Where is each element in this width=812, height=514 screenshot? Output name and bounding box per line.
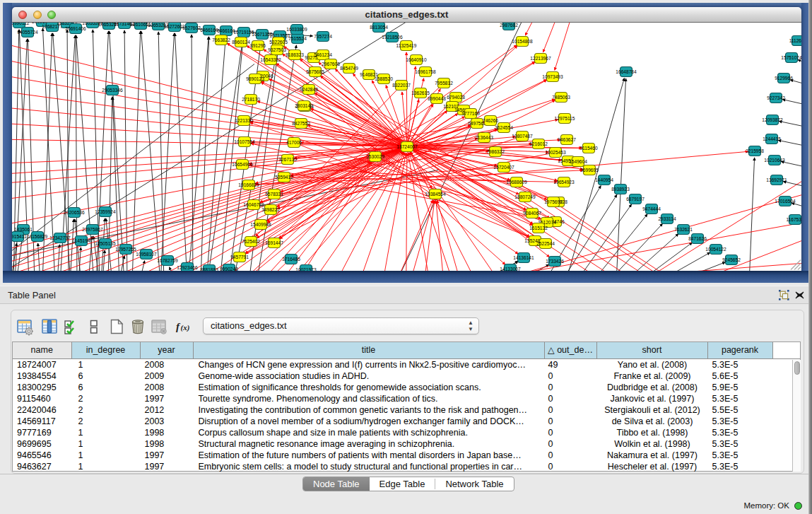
svg-text:12505135: 12505135 [95, 240, 116, 245]
svg-text:7357274: 7357274 [314, 33, 332, 38]
svg-text:2522544: 2522544 [536, 240, 555, 245]
svg-text:1435061: 1435061 [14, 226, 33, 231]
svg-text:9474444: 9474444 [642, 206, 661, 211]
svg-text:10154808: 10154808 [512, 38, 533, 43]
svg-text:16648784: 16648784 [616, 69, 637, 74]
svg-text:1527602: 1527602 [182, 25, 201, 30]
svg-text:5322605: 5322605 [269, 39, 288, 44]
svg-text:13692971: 13692971 [766, 177, 787, 182]
svg-text:2967608: 2967608 [322, 61, 340, 66]
svg-text:19166829: 19166829 [238, 182, 259, 187]
svg-text:1733426: 1733426 [546, 258, 564, 263]
svg-text:14055724: 14055724 [17, 29, 38, 34]
svg-text:7986322: 7986322 [486, 148, 505, 153]
svg-text:12975115: 12975115 [555, 115, 575, 120]
svg-text:3915411: 3915411 [12, 233, 27, 238]
svg-text:2530029: 2530029 [366, 153, 384, 158]
svg-text:746266: 746266 [483, 117, 498, 122]
svg-text:9463627: 9463627 [558, 136, 576, 141]
svg-text:5461234: 5461234 [314, 52, 332, 57]
svg-text:1145194: 1145194 [72, 238, 90, 243]
svg-text:15409948: 15409948 [250, 221, 271, 226]
svg-text:2136443: 2136443 [475, 134, 493, 139]
svg-text:6879197: 6879197 [626, 196, 645, 201]
svg-text:10973493: 10973493 [542, 74, 563, 78]
svg-text:19384554: 19384554 [425, 191, 446, 196]
svg-text:9242848: 9242848 [300, 86, 318, 91]
svg-text:7663822: 7663822 [212, 37, 230, 42]
svg-text:10990112: 10990112 [12, 23, 30, 25]
svg-text:9990248: 9990248 [220, 266, 238, 270]
svg-text:9115460: 9115460 [579, 145, 598, 150]
svg-text:19218506: 19218506 [382, 34, 403, 39]
svg-text:15720407: 15720407 [493, 164, 514, 169]
svg-text:11325419: 11325419 [396, 42, 417, 47]
svg-text:6466161: 6466161 [217, 28, 235, 33]
svg-text:12093872: 12093872 [762, 117, 783, 122]
svg-text:14136141: 14136141 [513, 255, 534, 259]
svg-text:9777169: 9777169 [461, 110, 480, 115]
svg-text:6216012: 6216012 [529, 141, 548, 146]
svg-text:7485063: 7485063 [552, 94, 570, 99]
svg-text:891295: 891295 [250, 42, 266, 47]
svg-text:1221330: 1221330 [235, 117, 253, 122]
svg-text:(x): (x) [181, 323, 190, 332]
svg-text:19654923: 19654923 [553, 179, 575, 184]
svg-text:9129966: 9129966 [775, 75, 793, 80]
svg-text:10107554: 10107554 [234, 139, 255, 144]
svg-text:1691447: 1691447 [265, 240, 283, 245]
svg-text:5875685: 5875685 [306, 69, 324, 74]
svg-text:10688609: 10688609 [506, 179, 527, 184]
svg-text:12923466: 12923466 [177, 264, 198, 269]
svg-text:15751074: 15751074 [781, 54, 801, 59]
svg-text:9084067: 9084067 [523, 210, 541, 215]
svg-text:23975867: 23975867 [82, 226, 103, 231]
svg-text:1440954: 1440954 [595, 177, 613, 182]
svg-text:3624554: 3624554 [495, 124, 513, 129]
svg-text:8990448: 8990448 [428, 95, 446, 100]
svg-text:3716485: 3716485 [282, 256, 300, 261]
svg-text:7955812: 7955812 [435, 80, 453, 85]
svg-text:18807249: 18807249 [514, 194, 536, 199]
svg-text:9890123: 9890123 [246, 76, 264, 81]
svg-text:16033809: 16033809 [286, 26, 307, 31]
svg-text:9227342: 9227342 [767, 95, 785, 100]
svg-text:20206536: 20206536 [64, 209, 85, 214]
svg-text:3215958: 3215958 [746, 148, 764, 153]
svg-text:3267130: 3267130 [278, 156, 297, 161]
svg-text:9245652: 9245652 [722, 257, 741, 262]
svg-text:2803141: 2803141 [295, 103, 313, 107]
svg-text:8186323: 8186323 [286, 52, 304, 57]
svg-text:17016504: 17016504 [775, 198, 796, 203]
svg-text:1549604: 1549604 [569, 158, 587, 163]
svg-text:29053346: 29053346 [102, 87, 123, 92]
svg-text:7625402: 7625402 [242, 238, 260, 243]
svg-text:1167533: 1167533 [786, 216, 801, 221]
svg-text:8960124: 8960124 [232, 39, 250, 44]
svg-text:7515524: 7515524 [288, 35, 307, 40]
svg-text:8427552: 8427552 [292, 120, 310, 125]
svg-text:16046788: 16046788 [243, 201, 264, 206]
svg-text:2718170: 2718170 [242, 96, 260, 101]
svg-text:6794028: 6794028 [447, 94, 465, 99]
svg-text:1975692: 1975692 [544, 199, 563, 204]
svg-text:12342737: 12342737 [49, 235, 71, 240]
svg-text:12213967: 12213967 [530, 55, 551, 60]
svg-text:9327503: 9327503 [268, 47, 286, 52]
svg-text:16961758: 16961758 [415, 69, 436, 74]
svg-text:1615132: 1615132 [529, 225, 548, 230]
svg-text:8813054: 8813054 [370, 24, 388, 29]
svg-text:8938923: 8938923 [611, 186, 630, 191]
svg-text:8454749: 8454749 [340, 65, 358, 70]
svg-text:9457791: 9457791 [230, 254, 249, 259]
svg-text:11156829: 11156829 [28, 233, 48, 238]
svg-text:16640910: 16640910 [406, 57, 427, 62]
svg-text:1588520: 1588520 [375, 76, 393, 81]
svg-text:8881883: 8881883 [200, 267, 218, 270]
svg-text:7632621: 7632621 [674, 226, 693, 231]
svg-text:18724007: 18724007 [396, 144, 418, 148]
svg-text:10021973: 10021973 [295, 267, 317, 270]
svg-text:2933114: 2933114 [658, 216, 676, 221]
svg-text:1362615: 1362615 [411, 90, 430, 95]
svg-text:2987682: 2987682 [500, 23, 518, 28]
